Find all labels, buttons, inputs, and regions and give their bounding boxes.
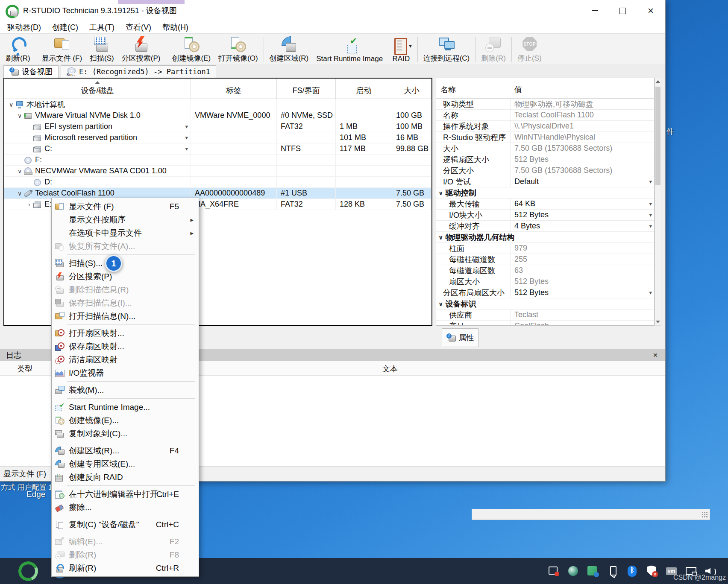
context-menu-item[interactable]: 复制(C) "设备/磁盘"Ctrl+C [52,518,199,531]
toolbar-button-connect-remote[interactable]: 连接到远程(C) [420,35,474,64]
expand-closed-icon[interactable]: › [25,201,33,208]
toolbar-button-partition-search[interactable]: 分区搜索(P) [118,35,164,64]
defender-icon[interactable] [646,565,658,577]
context-menu-item[interactable]: 创建专用区域(E)... [52,457,199,470]
taskbar-rstudio-button[interactable] [15,558,42,584]
bluetooth-icon[interactable] [626,565,638,577]
row-dropdown-icon[interactable]: ▾ [185,134,188,141]
usb-icon[interactable] [607,565,619,577]
menubar-item[interactable]: 驱动器(D) [2,21,47,33]
property-group[interactable]: ∨驱动控制 [436,187,654,199]
property-row[interactable]: 缓冲对齐4 Bytes▾ [436,221,654,232]
property-row[interactable]: 最大传输64 KB▾ [436,199,654,210]
context-menu-item[interactable]: 显示文件 (F)F5 [52,200,199,213]
column-header-2[interactable]: FS/界面 [277,79,336,99]
property-value[interactable]: 512 Bytes [511,288,549,297]
property-value[interactable]: 512 Bytes [511,210,549,219]
expand-open-icon[interactable]: ∨ [15,190,24,197]
maximize-button[interactable] [615,4,630,17]
toolbar-button-open-image[interactable]: 打开镜像(O) [214,35,262,64]
toolbar-dropdown-arrow-icon[interactable]: ▾ [409,43,412,49]
context-menu-item[interactable]: 在十六进制编辑器中打开...Ctrl+E [52,488,199,501]
app-green-icon[interactable] [587,565,599,577]
row-dropdown-icon[interactable]: ▾ [185,146,188,152]
context-menu-item[interactable]: 装载(M)... [52,383,199,397]
table-row-device[interactable]: C:▾NTFS117 MB99.88 GB [4,143,432,155]
scrollbar-thumb[interactable] [655,87,660,185]
context-menu-item[interactable]: 保存扇区映射... [52,340,199,353]
context-menu-item[interactable]: 创建区域(R)...F4 [52,444,199,457]
property-row[interactable]: I/O块大小512 Bytes▾ [436,210,654,221]
collapse-icon[interactable]: ∨ [438,190,443,196]
tab-device-view[interactable]: 设备视图 [3,65,59,78]
table-row-device[interactable]: F: [4,155,432,166]
scroll-up-icon[interactable] [655,78,661,85]
desktop-icon-label-edge[interactable]: Edge [26,490,45,499]
properties-column-value[interactable]: 值 [511,85,522,95]
column-header-1[interactable]: 标签 [191,79,277,99]
context-menu-item[interactable]: 打开扇区映射... [52,327,199,340]
table-row-device[interactable]: EFI system partition▾FAT321 MB100 MB [4,121,432,132]
table-row-device[interactable]: D: [4,177,432,188]
property-value[interactable]: 64 KB [511,199,535,208]
context-menu-item[interactable]: 清洁扇区映射 [52,353,199,366]
log-column-text[interactable]: 文本 [382,364,398,374]
column-header-4[interactable]: 大小 [392,79,432,99]
menubar-item[interactable]: 查看(V) [120,21,157,33]
property-value[interactable]: 4 Bytes [511,222,540,231]
context-menu-item[interactable]: 创建反向 RAID [52,470,199,484]
log-close-icon[interactable]: × [650,349,660,361]
minimize-button[interactable] [588,4,602,17]
expand-open-icon[interactable]: ∨ [7,101,15,108]
properties-scrollbar[interactable] [655,78,661,326]
properties-tab[interactable]: 属性 [442,328,478,347]
scroll-down-icon[interactable] [655,318,661,325]
sync-icon[interactable] [548,565,560,577]
table-row-device[interactable]: ∨VMware Virtual NVMe Disk 1.0VMWare NVME… [4,110,432,121]
log-column-type[interactable]: 类型 [17,364,32,374]
tab-recognized-partition[interactable]: Rec.E: (Recognized5) -> Partition1 [61,65,216,78]
property-dropdown-icon[interactable]: ▾ [649,223,652,229]
property-dropdown-icon[interactable]: ▾ [649,289,652,296]
browser-icon[interactable] [567,565,579,577]
close-button[interactable]: × [643,4,658,17]
menubar-item[interactable]: 创建(C) [47,21,84,33]
property-group[interactable]: ∨物理驱动器几何结构 [436,232,654,243]
context-menu-item[interactable]: Start Runtime Image... [52,400,199,414]
property-dropdown-icon[interactable]: ▾ [649,178,652,185]
toolbar-button-show-files[interactable]: 显示文件 (F) [38,35,86,64]
property-dropdown-icon[interactable]: ▾ [649,201,652,207]
column-header-0[interactable]: 设备/磁盘 [4,79,191,99]
toolbar-button-scan[interactable]: 扫描(S) [86,35,118,64]
expand-open-icon[interactable]: ∨ [15,168,24,175]
context-menu-item[interactable]: 创建镜像(E)... [52,414,199,427]
property-group[interactable]: ∨设备标识 [436,298,654,310]
table-row-device[interactable]: ∨本地计算机 [4,99,432,110]
table-row-device[interactable]: ∨NECVMWar VMware SATA CD01 1.00 [4,166,432,177]
menubar-item[interactable]: 帮助(H) [157,21,194,33]
toolbar-button-create-image[interactable]: 创建镜像(E) [168,35,214,64]
table-row-device[interactable]: Microsoft reserved partition▾101 MB16 MB [4,132,432,143]
row-dropdown-icon[interactable]: ▾ [185,123,188,130]
context-menu-item[interactable]: 扫描(S)... [52,257,199,270]
expand-open-icon[interactable]: ∨ [15,112,24,119]
context-menu-item[interactable]: 显示文件按顺序▸ [52,213,199,226]
properties-column-name[interactable]: 名称 [436,85,511,95]
property-dropdown-icon[interactable]: ▾ [649,212,652,218]
column-header-3[interactable]: 启动 [336,79,392,99]
toolbar-button-runtime-image[interactable]: Start Runtime Image [312,35,387,64]
property-row[interactable]: I/O 尝试Default▾ [436,176,654,187]
context-menu-item[interactable]: 刷新(R)Ctrl+R [52,561,199,575]
property-row[interactable]: 分区布局扇区大小512 Bytes▾ [436,287,654,298]
context-menu-item[interactable]: 分区搜索(P) [52,270,199,283]
context-menu-item[interactable]: I/O监视器 [52,366,199,380]
toolbar-button-create-region[interactable]: 创建区域(R) [266,35,313,64]
context-menu-item[interactable]: 打开扫描信息(N)... [52,310,199,323]
context-menu-item[interactable]: 复制对象到(C)... [52,427,199,440]
collapse-icon[interactable]: ∨ [438,234,443,241]
toolbar-button-refresh[interactable]: 刷新(R) [2,35,34,64]
context-menu-item[interactable]: 在选项卡中显示文件▸ [52,226,199,239]
property-value[interactable]: Default [511,177,539,186]
menubar-item[interactable]: 工具(T) [84,21,120,33]
collapse-icon[interactable]: ∨ [438,301,443,307]
